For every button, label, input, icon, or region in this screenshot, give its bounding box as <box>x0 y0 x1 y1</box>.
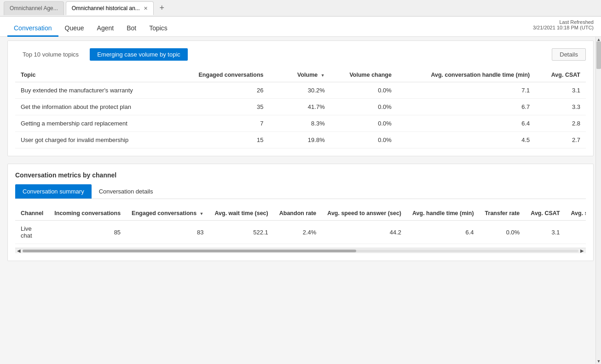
tab-label: Omnichannel Age... <box>10 5 58 11</box>
col-abandon: Abandon rate <box>274 206 322 221</box>
nav-item-agent[interactable]: Agent <box>91 21 121 37</box>
metrics-sub-tabs: Conversation summary Conversation detail… <box>15 184 586 199</box>
col-avg-handle: Avg. conversation handle time (min) <box>397 68 535 82</box>
cell-topic: Buy extended the manufacturer's warranty <box>15 82 170 99</box>
metrics-table: Channel Incoming conversations Engaged c… <box>15 206 586 244</box>
nav-item-conversation[interactable]: Conversation <box>7 21 58 37</box>
cell-avg-survey <box>566 221 586 244</box>
scroll-thumb <box>23 250 356 252</box>
cell-engaged: 7 <box>170 115 282 132</box>
cell-avg-csat: 2.7 <box>535 132 586 148</box>
cell-volume-change: 0.0% <box>330 99 397 115</box>
sub-tab-summary[interactable]: Conversation summary <box>15 184 92 199</box>
browser-tabs: Omnichannel Age... Omnichannel historica… <box>0 0 601 17</box>
topics-table: Topic Engaged conversations Volume ▼ Vol… <box>15 68 586 148</box>
cell-avg-handle: 6.4 <box>397 115 535 132</box>
scroll-thumb-vertical <box>596 41 601 69</box>
tab-top10[interactable]: Top 10 volume topics <box>15 48 86 61</box>
cell-avg-wait: 522.1 <box>209 221 274 244</box>
col-avg-survey: Avg. survey se <box>566 206 586 221</box>
cell-topic: User got charged for invalid membership <box>15 132 170 148</box>
metrics-table-container: Channel Incoming conversations Engaged c… <box>15 206 586 244</box>
col-avg-csat: Avg. CSAT <box>525 206 565 221</box>
cell-engaged: 26 <box>170 82 282 99</box>
cell-engaged: 15 <box>170 132 282 148</box>
col-avg-wait: Avg. wait time (sec) <box>209 206 274 221</box>
app-nav: Conversation Queue Agent Bot Topics Last… <box>0 17 601 37</box>
cell-avg-csat: 2.8 <box>535 115 586 132</box>
scroll-track[interactable] <box>23 250 578 252</box>
cell-volume-change: 0.0% <box>330 132 397 148</box>
col-incoming: Incoming conversations <box>49 206 126 221</box>
col-engaged: Engaged conversations ▼ <box>126 206 209 221</box>
sort-icon: ▼ <box>200 211 204 216</box>
col-volume-change: Volume change <box>330 68 397 82</box>
cell-volume: 41.7% <box>282 99 330 115</box>
cell-volume-change: 0.0% <box>330 82 397 99</box>
topics-tabs: Top 10 volume topics Emerging case volum… <box>15 48 586 61</box>
cell-volume: 19.8% <box>282 132 330 148</box>
table-row: Live chat 85 83 522.1 2.4% 44.2 6.4 0.0%… <box>15 221 586 244</box>
last-refreshed: Last Refreshed 3/21/2021 10:18 PM (UTC) <box>533 19 594 30</box>
cell-avg-handle: 6.7 <box>397 99 535 115</box>
table-row: User got charged for invalid membership … <box>15 132 586 148</box>
cell-volume: 30.2% <box>282 82 330 99</box>
col-channel: Channel <box>15 206 49 221</box>
topics-card: Top 10 volume topics Emerging case volum… <box>7 40 594 156</box>
cell-transfer: 0.0% <box>480 221 526 244</box>
main-content: Top 10 volume topics Emerging case volum… <box>0 37 601 364</box>
col-engaged: Engaged conversations <box>170 68 282 82</box>
cell-engaged: 35 <box>170 99 282 115</box>
cell-avg-handle: 4.5 <box>397 132 535 148</box>
close-icon[interactable]: ✕ <box>144 6 148 11</box>
vertical-scrollbar[interactable]: ▲ ▼ <box>595 37 601 364</box>
cell-incoming: 85 <box>49 221 126 244</box>
scroll-left-arrow[interactable]: ◀ <box>17 248 21 253</box>
col-avg-speed: Avg. speed to answer (sec) <box>322 206 407 221</box>
metrics-section-label: Conversation metrics by channel <box>15 171 586 179</box>
nav-item-topics[interactable]: Topics <box>143 21 174 37</box>
scroll-down-arrow[interactable]: ▼ <box>596 358 601 364</box>
cell-abandon: 2.4% <box>274 221 322 244</box>
cell-volume: 8.3% <box>282 115 330 132</box>
col-avg-csat: Avg. CSAT <box>535 68 586 82</box>
table-row: Buy extended the manufacturer's warranty… <box>15 82 586 99</box>
table-row: Get the information about the protect pl… <box>15 99 586 115</box>
tab-omnichannel-historical[interactable]: Omnichannel historical an... ✕ <box>66 1 154 15</box>
scroll-right-arrow[interactable]: ▶ <box>580 248 584 253</box>
sort-icon: ▼ <box>321 73 325 78</box>
col-avg-handle: Avg. handle time (min) <box>407 206 480 221</box>
cell-engaged: 83 <box>126 221 209 244</box>
tab-label: Omnichannel historical an... <box>72 5 140 11</box>
new-tab-button[interactable]: + <box>156 2 168 15</box>
nav-item-bot[interactable]: Bot <box>120 21 143 37</box>
horizontal-scrollbar[interactable]: ◀ ▶ <box>15 248 586 253</box>
cell-topic: Get the information about the protect pl… <box>15 99 170 115</box>
cell-avg-handle: 7.1 <box>397 82 535 99</box>
tab-omnichannel-age[interactable]: Omnichannel Age... <box>4 1 64 15</box>
cell-avg-csat: 3.1 <box>525 221 565 244</box>
tab-emerging[interactable]: Emerging case volume by topic <box>90 48 188 61</box>
col-volume: Volume ▼ <box>282 68 330 82</box>
cell-channel: Live chat <box>15 221 49 244</box>
topics-table-container: Topic Engaged conversations Volume ▼ Vol… <box>15 68 586 148</box>
nav-item-queue[interactable]: Queue <box>58 21 91 37</box>
cell-avg-csat: 3.3 <box>535 99 586 115</box>
details-button[interactable]: Details <box>552 48 586 61</box>
col-transfer: Transfer rate <box>480 206 526 221</box>
metrics-card: Conversation metrics by channel Conversa… <box>7 164 594 261</box>
cell-avg-csat: 3.1 <box>535 82 586 99</box>
cell-volume-change: 0.0% <box>330 115 397 132</box>
cell-avg-speed: 44.2 <box>322 221 407 244</box>
table-row: Getting a membership card replacement 7 … <box>15 115 586 132</box>
col-topic: Topic <box>15 68 170 82</box>
cell-avg-handle: 6.4 <box>407 221 480 244</box>
cell-topic: Getting a membership card replacement <box>15 115 170 132</box>
sub-tab-details[interactable]: Conversation details <box>92 184 161 199</box>
